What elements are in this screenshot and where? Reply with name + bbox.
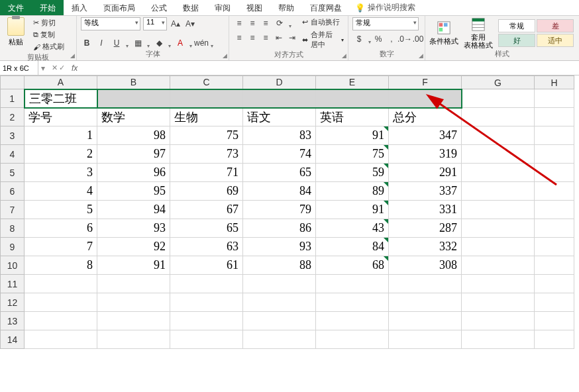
cell-E9[interactable]: 84: [316, 238, 389, 256]
col-header-B[interactable]: B: [97, 76, 170, 89]
cell-H7[interactable]: [535, 201, 574, 219]
comma-button[interactable]: ,: [386, 33, 397, 45]
cell-G7[interactable]: [462, 201, 535, 219]
col-header-A[interactable]: A: [25, 76, 97, 89]
fill-color-button[interactable]: ◆: [152, 37, 171, 49]
cell-D2[interactable]: 语文: [243, 108, 316, 126]
cell-F9[interactable]: 332: [389, 238, 462, 256]
cell-E1[interactable]: [316, 89, 389, 108]
cell-G11[interactable]: [462, 275, 535, 293]
cell-C2[interactable]: 生物: [170, 108, 243, 126]
cell-B9[interactable]: 92: [97, 238, 170, 256]
border-button[interactable]: ▦: [131, 37, 150, 49]
cell-E12[interactable]: [316, 293, 389, 312]
row-header-5[interactable]: 5: [1, 164, 25, 182]
number-format-combo[interactable]: 常规: [352, 17, 419, 30]
style-bad[interactable]: 差: [537, 19, 574, 32]
tab-review[interactable]: 审阅: [207, 0, 238, 15]
worksheet-grid[interactable]: A B C D E F G H 1 三零二班 2 学号 数学 生物 语文 英语 …: [0, 75, 579, 349]
cell-A7[interactable]: 5: [25, 201, 97, 219]
cell-C11[interactable]: [170, 275, 243, 293]
wrap-text-button[interactable]: ↩自动换行: [302, 17, 344, 27]
cell-E4[interactable]: 75: [316, 145, 389, 164]
cell-F2[interactable]: 总分: [389, 108, 462, 126]
cell-H8[interactable]: [535, 219, 574, 238]
cell-D12[interactable]: [243, 293, 316, 312]
cell-E3[interactable]: 91: [316, 126, 389, 145]
style-normal[interactable]: 常规: [498, 19, 535, 32]
cell-D14[interactable]: [243, 330, 316, 349]
row-header-3[interactable]: 3: [1, 126, 25, 145]
cell-G8[interactable]: [462, 219, 535, 238]
cell-A6[interactable]: 4: [25, 182, 97, 201]
cell-H11[interactable]: [535, 275, 574, 293]
cell-G5[interactable]: [462, 164, 535, 182]
cell-H9[interactable]: [535, 238, 574, 256]
cell-B4[interactable]: 97: [97, 145, 170, 164]
cell-F13[interactable]: [389, 312, 462, 330]
cell-E11[interactable]: [316, 275, 389, 293]
col-header-C[interactable]: C: [170, 76, 243, 89]
cell-C7[interactable]: 67: [170, 201, 243, 219]
format-as-table-button[interactable]: 套用 表格格式: [464, 17, 493, 49]
increase-decimal-button[interactable]: .0→: [399, 33, 411, 45]
format-painter-button[interactable]: 🖌格式刷: [32, 41, 66, 52]
align-left-button[interactable]: ≡: [233, 32, 245, 44]
cell-C10[interactable]: 61: [170, 256, 243, 275]
align-right-button[interactable]: ≡: [260, 32, 272, 44]
col-header-F[interactable]: F: [389, 76, 462, 89]
bold-button[interactable]: B: [81, 37, 93, 49]
enter-formula-button[interactable]: ✓: [59, 64, 65, 72]
cut-button[interactable]: ✂剪切: [32, 17, 66, 28]
formula-input[interactable]: [78, 61, 579, 75]
tab-baidu-netdisk[interactable]: 百度网盘: [302, 0, 350, 15]
cell-F7[interactable]: 331: [389, 201, 462, 219]
cell-G6[interactable]: [462, 182, 535, 201]
orientation-button[interactable]: ⟳: [273, 17, 291, 29]
cell-H2[interactable]: [535, 108, 574, 126]
tell-me-search[interactable]: 💡 操作说明搜索: [355, 0, 415, 15]
row-header-12[interactable]: 12: [1, 293, 25, 312]
cell-B1[interactable]: [97, 89, 170, 108]
cell-G13[interactable]: [462, 312, 535, 330]
cell-C6[interactable]: 69: [170, 182, 243, 201]
cell-C12[interactable]: [170, 293, 243, 312]
cell-F3[interactable]: 347: [389, 126, 462, 145]
cell-F6[interactable]: 337: [389, 182, 462, 201]
underline-button[interactable]: U: [110, 37, 129, 49]
cell-A5[interactable]: 3: [25, 164, 97, 182]
cell-A10[interactable]: 8: [25, 256, 97, 275]
cell-A8[interactable]: 6: [25, 219, 97, 238]
cell-A3[interactable]: 1: [25, 126, 97, 145]
cell-H5[interactable]: [535, 164, 574, 182]
tab-help[interactable]: 帮助: [270, 0, 302, 15]
italic-button[interactable]: I: [95, 37, 107, 49]
cell-B7[interactable]: 94: [97, 201, 170, 219]
cell-E14[interactable]: [316, 330, 389, 349]
cell-E10[interactable]: 68: [316, 256, 389, 275]
cancel-formula-button[interactable]: ✕: [52, 64, 58, 72]
cell-D10[interactable]: 88: [243, 256, 316, 275]
cell-B12[interactable]: [97, 293, 170, 312]
cell-F8[interactable]: 287: [389, 219, 462, 238]
cell-A13[interactable]: [25, 312, 97, 330]
align-middle-button[interactable]: ≡: [246, 17, 258, 29]
cell-A1[interactable]: 三零二班: [25, 89, 97, 108]
cell-B14[interactable]: [97, 330, 170, 349]
row-header-10[interactable]: 10: [1, 256, 25, 275]
style-neutral[interactable]: 适中: [537, 34, 574, 47]
cell-D5[interactable]: 65: [243, 164, 316, 182]
cell-C3[interactable]: 75: [170, 126, 243, 145]
conditional-formatting-button[interactable]: 条件格式: [429, 21, 458, 46]
tab-insert[interactable]: 插入: [64, 0, 95, 15]
merge-center-button[interactable]: ⬌合并后居中▾: [302, 30, 344, 50]
cell-D13[interactable]: [243, 312, 316, 330]
alignment-launcher[interactable]: ◢: [342, 52, 346, 59]
tab-data[interactable]: 数据: [175, 0, 207, 15]
row-header-13[interactable]: 13: [1, 312, 25, 330]
tab-page-layout[interactable]: 页面布局: [95, 0, 143, 15]
cell-G12[interactable]: [462, 293, 535, 312]
cell-H6[interactable]: [535, 182, 574, 201]
tab-formulas[interactable]: 公式: [143, 0, 175, 15]
cell-F10[interactable]: 308: [389, 256, 462, 275]
